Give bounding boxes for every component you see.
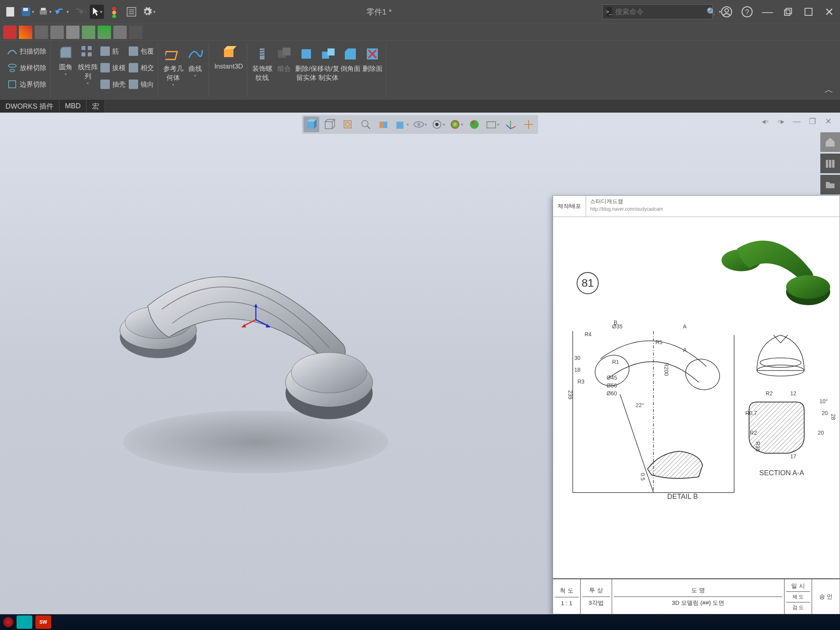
hide-show-icon[interactable]: ▾: [412, 117, 428, 132]
restore-button[interactable]: [780, 4, 796, 20]
command-search[interactable]: >_ 🔍 ▾: [602, 4, 712, 19]
command-prompt-icon: >_: [606, 7, 612, 17]
section-view-icon[interactable]: [376, 117, 392, 132]
svg-rect-0: [6, 7, 14, 17]
tab-macro[interactable]: 宏: [87, 100, 105, 113]
wrap-button[interactable]: 包覆: [127, 43, 155, 59]
render-icon[interactable]: ▾: [485, 117, 500, 132]
instant3d-button[interactable]: Instant3D: [213, 43, 244, 94]
new-menu[interactable]: [3, 5, 17, 19]
decal-icon[interactable]: [466, 117, 482, 132]
drawing-body: 81: [553, 217, 840, 578]
graphics-viewport[interactable]: ▾ ▾ ▾ ▾ ▾ ◂▫ ▫▸ — ❐ ✕: [0, 113, 840, 614]
svg-point-43: [346, 122, 350, 126]
curves-button[interactable]: 曲线▾: [184, 44, 206, 96]
windows-taskbar[interactable]: SW: [0, 614, 840, 630]
dim-17: 17: [790, 453, 796, 460]
mirror-button[interactable]: 镜向: [127, 76, 155, 93]
delete-face-button[interactable]: 删除面: [361, 44, 383, 96]
dim-12: 12: [790, 390, 796, 397]
taskbar-app-1[interactable]: [17, 615, 32, 629]
small-toolbar: [0, 24, 840, 40]
3d-model-view[interactable]: [71, 246, 441, 491]
view-orientation-icon[interactable]: [303, 117, 319, 132]
drawing-3d-preview: [710, 229, 836, 315]
toolbar-icon-9[interactable]: [129, 26, 142, 39]
select-tool[interactable]: ▾: [90, 5, 104, 19]
drawing-maker-label: 제작/배포: [553, 196, 586, 217]
combine-button[interactable]: 组合: [273, 44, 295, 96]
thread-button[interactable]: 装饰螺纹线: [251, 44, 273, 96]
toolbar-icon-4[interactable]: [50, 26, 64, 39]
svg-rect-24: [81, 52, 85, 56]
taskpane-file-icon[interactable]: [820, 175, 840, 195]
toolbar-icon-1[interactable]: [3, 26, 17, 39]
toolbar-icon-5[interactable]: [66, 26, 80, 39]
ribbon-collapse-icon[interactable]: ︿: [824, 83, 834, 96]
ref-geometry-button[interactable]: 参考几何体▾: [162, 44, 184, 96]
vp-close-icon[interactable]: ✕: [821, 115, 835, 128]
document-title: 零件1 *: [156, 7, 602, 17]
taskbar-start-icon[interactable]: [3, 617, 13, 627]
toolbar-icon-7[interactable]: [98, 26, 111, 39]
tab-plugin[interactable]: DWORKS 插件: [0, 100, 59, 113]
dim-30: 30: [574, 355, 581, 361]
zoom-area-icon[interactable]: [358, 117, 374, 132]
svg-rect-25: [88, 52, 92, 56]
close-button[interactable]: ✕: [821, 4, 837, 20]
title-bar: ▾ ▾ ▾ ▾ ▾ ▾ 零件1 * >_ 🔍 ▾ ? — ✕: [0, 0, 840, 24]
shell-button[interactable]: 抽壳: [99, 76, 127, 93]
svg-point-50: [417, 123, 420, 126]
minimize-button[interactable]: —: [760, 4, 775, 20]
loft-cut-button[interactable]: 放样切除: [6, 59, 48, 76]
dim-10deg: 10°: [820, 398, 828, 404]
chamfer-face-button[interactable]: 倒角面: [339, 44, 361, 96]
scene-icon[interactable]: ▾: [430, 117, 446, 132]
tab-mbd[interactable]: MBD: [59, 100, 87, 113]
undo-button[interactable]: ▾: [55, 5, 69, 19]
toolbar-icon-8[interactable]: [113, 26, 127, 39]
search-icon[interactable]: 🔍: [707, 7, 716, 17]
move-copy-body-button[interactable]: 移动/复制实体: [317, 44, 339, 96]
taskpane-library-icon[interactable]: [820, 154, 840, 173]
options-button[interactable]: [124, 5, 139, 19]
delete-keep-body-button[interactable]: 删除/保留实体: [295, 44, 317, 96]
vp-prev-icon[interactable]: ◂▫: [758, 115, 772, 128]
vp-restore-icon[interactable]: ❐: [805, 115, 820, 128]
reference-drawing-panel[interactable]: 제작/배포 스터디캐드캠 http://blog.naver.com/study…: [553, 195, 840, 614]
display-style-icon[interactable]: ▾: [394, 117, 410, 132]
draft-button[interactable]: 拔模: [99, 59, 127, 76]
taskpane-home-icon[interactable]: [820, 132, 840, 152]
appearance-icon[interactable]: ▾: [448, 117, 464, 132]
zoom-fit-icon[interactable]: [340, 117, 355, 132]
toolbar-icon-6[interactable]: [82, 26, 95, 39]
linear-pattern-button[interactable]: 线性阵列▾: [77, 43, 99, 94]
rebuild-button[interactable]: [107, 5, 121, 19]
taskbar-solidworks-icon[interactable]: SW: [35, 615, 51, 629]
intersect-button[interactable]: 相交: [127, 59, 155, 76]
dim-r1: R1: [612, 359, 619, 365]
boundary-cut-button[interactable]: 边界切除: [6, 76, 48, 93]
drawing-section-aa: [733, 390, 824, 469]
maximize-button[interactable]: [801, 4, 816, 20]
help-icon[interactable]: ?: [739, 4, 755, 20]
settings-button[interactable]: ▾: [142, 5, 156, 19]
svg-point-13: [725, 9, 728, 12]
svg-rect-16: [784, 10, 790, 15]
vp-minimize-icon[interactable]: —: [790, 115, 804, 128]
snapshot-icon[interactable]: [521, 117, 537, 132]
print-button[interactable]: ▾: [38, 5, 52, 19]
rib-button[interactable]: 筋: [99, 43, 127, 59]
vp-next-icon[interactable]: ▫▸: [774, 115, 788, 128]
fillet-button[interactable]: 圆角▾: [55, 43, 77, 94]
toolbar-icon-3[interactable]: [35, 26, 48, 39]
redo-button[interactable]: ▾: [72, 5, 87, 19]
view-wireframe-icon[interactable]: [322, 117, 337, 132]
toolbar-icon-2[interactable]: [19, 26, 32, 39]
coord-icon[interactable]: [503, 117, 518, 132]
save-button[interactable]: ▾: [20, 5, 35, 19]
user-icon[interactable]: [719, 4, 735, 20]
scan-cut-button[interactable]: 扫描切除: [6, 43, 48, 59]
search-input[interactable]: [615, 8, 707, 16]
svg-rect-40: [307, 122, 314, 129]
